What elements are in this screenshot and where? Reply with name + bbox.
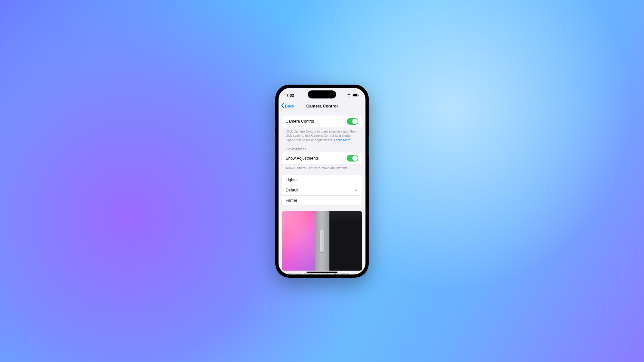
camera-control-button-graphic [320,229,324,253]
nav-bar: Back Camera Control [279,101,365,112]
group-show-adjustments: Show Adjustments [282,152,362,164]
chevron-left-icon [281,103,284,109]
camera-control-label: Camera Control [286,119,314,124]
svg-rect-2 [358,95,359,96]
show-adjustments-toggle[interactable] [347,155,358,162]
side-button [368,136,369,155]
show-adjustments-footer: Allow Camera Control to make adjustments… [282,164,362,171]
learn-more-link[interactable]: Learn More [334,138,350,142]
home-indicator[interactable] [307,272,337,273]
back-button[interactable]: Back [281,103,294,109]
group-sensitivity: Lighter Default ✓ Firmer [282,175,362,205]
wifi-icon [347,93,351,98]
phone-frame: 7:02 Back Camera Control [275,85,369,278]
preview-wallpaper [282,211,315,271]
preview-panel [282,211,362,271]
option-label: Lighter [286,178,298,182]
preview-dark-area [329,211,363,271]
camera-control-footer: Click Camera Control to open a camera ap… [282,127,362,143]
option-label: Firmer [286,198,297,203]
svg-rect-1 [353,94,357,96]
status-time: 7:02 [286,93,294,98]
group-camera-control: Camera Control [282,116,362,127]
side-button [275,149,276,162]
checkmark-icon: ✓ [355,188,358,193]
preview-frame-edge [315,211,329,271]
row-firmer[interactable]: Firmer [282,196,362,205]
dynamic-island [308,90,336,98]
show-adjustments-label: Show Adjustments [286,156,319,161]
camera-control-toggle[interactable] [347,118,358,125]
option-label: Default [286,188,298,192]
section-header-light-press: LIGHT-PRESS [282,142,362,152]
back-label: Back [285,104,294,108]
side-button [275,133,276,146]
row-camera-control: Camera Control [282,116,362,127]
screen: 7:02 Back Camera Control [279,88,365,274]
battery-icon [353,93,359,98]
content: Camera Control Click Camera Control to o… [279,116,365,274]
side-button [275,120,276,128]
row-default[interactable]: Default ✓ [282,185,362,196]
row-lighter[interactable]: Lighter [282,175,362,185]
row-show-adjustments: Show Adjustments [282,152,362,164]
